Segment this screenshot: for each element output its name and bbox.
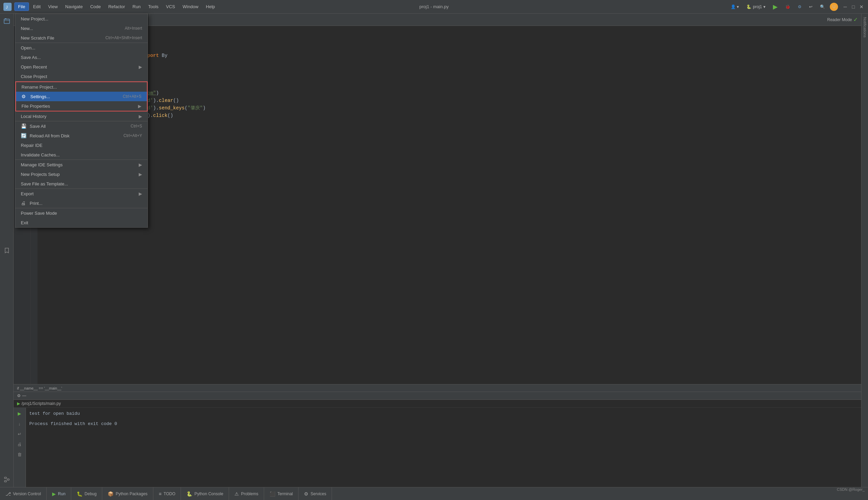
menu-save-as[interactable]: Save As... [15,53,148,62]
status-tab-services[interactable]: ⚙ Services [298,487,332,500]
menu-run[interactable]: Run [129,3,144,11]
menu-vcs[interactable]: VCS [162,3,179,11]
services-icon: ⚙ [304,491,308,497]
menu-close-project[interactable]: Close Project [15,71,148,81]
menu-export[interactable]: Export ▶ [15,189,148,198]
version-control-label: Version Control [13,491,41,496]
run-restart-btn[interactable]: ▶ [15,409,24,418]
run-panel-collapse-icon[interactable]: — [22,393,26,398]
notifications-sidebar[interactable]: Notifications [861,14,868,487]
menu-window[interactable]: Window [179,3,202,11]
save-template-label: Save File as Template... [21,181,68,186]
sidebar-icon-structure[interactable] [1,474,12,485]
menu-repair-ide[interactable]: Repair IDE [15,140,148,150]
search-button[interactable]: 🔍 [817,3,828,10]
services-label: Services [310,491,326,496]
sidebar-icon-bookmarks[interactable] [1,245,12,256]
run-panel-header: ⚙ — [14,392,861,400]
menu-new-project[interactable]: New Project... [15,14,148,23]
account-button[interactable]: 👤 ▾ [728,3,742,10]
menu-open[interactable]: Open... [15,43,148,53]
status-tab-run[interactable]: ▶ Run [47,487,71,500]
menu-new-projects-setup[interactable]: New Projects Setup ▶ [15,169,148,179]
menu-new-scratch[interactable]: New Scratch File Ctrl+Alt+Shift+Insert [15,33,148,43]
menu-tools[interactable]: Tools [145,3,162,11]
menu-save-all[interactable]: 💾 Save All Ctrl+S [15,121,148,131]
maximize-button[interactable]: □ [850,4,856,10]
menu-power-save[interactable]: Power Save Mode [15,208,148,218]
debug-status-icon: 🐛 [77,491,82,497]
menu-view[interactable]: View [45,3,61,11]
open-label: Open... [21,45,35,50]
menu-file-properties[interactable]: File Properties ▶ [16,101,147,111]
settings-shortcut: Ctrl+Alt+S [123,94,141,99]
status-tab-terminal[interactable]: ⬛ Terminal [264,487,298,500]
new-scratch-label: New Scratch File [21,35,54,41]
status-tab-problems[interactable]: ⚠ Problems [229,487,264,500]
menu-new[interactable]: New... Alt+Insert [15,23,148,33]
run-panel-settings-icon[interactable]: ⚙ [17,393,21,398]
status-tab-todo[interactable]: ≡ TODO [153,487,181,500]
window-controls: ─ □ ✕ [842,4,865,10]
menu-print[interactable]: 🖨 Print... [15,198,148,208]
menu-manage-ide[interactable]: Manage IDE Settings ▶ [15,160,148,169]
settings-label: Settings... [30,94,50,99]
menu-exit[interactable]: Exit [15,218,148,227]
menu-save-template[interactable]: Save File as Template... [15,179,148,189]
coverage-button[interactable]: ⚙ [795,3,804,10]
sidebar-icon-project[interactable] [1,16,12,26]
menu-navigate[interactable]: Navigate [62,3,86,11]
debug-button[interactable]: 🐞 [783,3,793,10]
reload-disk-label: Reload All from Disk [30,133,69,138]
new-label: New... [21,26,33,31]
svg-text:J: J [6,5,8,9]
run-button[interactable]: ▶ [770,2,780,12]
run-trash-btn[interactable]: 🗑 [15,450,24,459]
menu-open-recent[interactable]: Open Recent ▶ [15,62,148,71]
minimize-button[interactable]: ─ [842,4,848,10]
status-bar: ⎇ Version Control ▶ Run 🐛 Debug 📦 Python… [0,487,868,500]
run-output-line-3: Process finished with exit code 0 [29,421,858,427]
repair-ide-label: Repair IDE [21,143,43,148]
bottom-info-text: if __name__ == '__main__' [17,386,62,390]
run-panel-wrapper: ▶ ↓ ↵ 🖨 🗑 test for open baidu Process fi… [14,408,861,487]
menu-invalidate-caches[interactable]: Invalidate Caches... [15,150,148,159]
user-icon[interactable]: U [830,3,838,11]
status-tab-debug[interactable]: 🐛 Debug [71,487,102,500]
menu-rename-project[interactable]: Rename Project... [16,82,147,92]
status-tab-python-console[interactable]: 🐍 Python Console [181,487,229,500]
menu-settings[interactable]: ⚙ Settings... Ctrl+Alt+S [16,92,147,101]
menu-section-local-history: Local History ▶ [15,112,148,121]
run-print-btn[interactable]: 🖨 [15,440,24,448]
menu-edit[interactable]: Edit [30,3,44,11]
menu-code[interactable]: Code [87,3,104,11]
run-wrap-btn[interactable]: ↵ [15,430,24,438]
project-dropdown[interactable]: 🐍 proj1 ▾ [744,3,768,10]
code-content[interactable]: #selenium import time from selenium impo… [37,26,861,384]
reader-mode-button[interactable]: Reader Mode ✓ [827,16,858,23]
close-button[interactable]: ✕ [858,4,865,10]
manage-ide-arrow: ▶ [139,162,142,167]
reload-icon: 🔄 [21,133,27,138]
python-packages-label: Python Packages [115,491,147,496]
status-tab-python-packages[interactable]: 📦 Python Packages [102,487,153,500]
reader-mode-check: ✓ [853,16,858,23]
run-arrow-icon: ▶ [17,401,20,406]
status-tab-version-control[interactable]: ⎇ Version Control [0,487,47,500]
menu-file[interactable]: File [14,2,29,11]
svg-rect-6 [4,480,7,482]
run-scroll-down-btn[interactable]: ↓ [15,419,24,428]
settings-menu-icon: ⚙ [22,94,27,99]
run-panel-content: test for open baidu Process finished wit… [26,408,861,487]
menu-section-open: Open... Save As... Open Recent ▶ Close P… [15,43,148,81]
export-arrow: ▶ [139,191,142,196]
watermark: CSDN @Roger_ [837,487,868,500]
revert-button[interactable]: ↩ [806,3,815,10]
menu-local-history[interactable]: Local History ▶ [15,112,148,121]
title-bar: J File Edit View Navigate Code Refactor … [0,0,868,14]
menu-reload-disk[interactable]: 🔄 Reload All from Disk Ctrl+Alt+Y [15,131,148,140]
svg-rect-2 [4,19,10,23]
window-title: proj1 - main.py [420,4,449,9]
menu-help[interactable]: Help [203,3,218,11]
menu-refactor[interactable]: Refactor [105,3,128,11]
